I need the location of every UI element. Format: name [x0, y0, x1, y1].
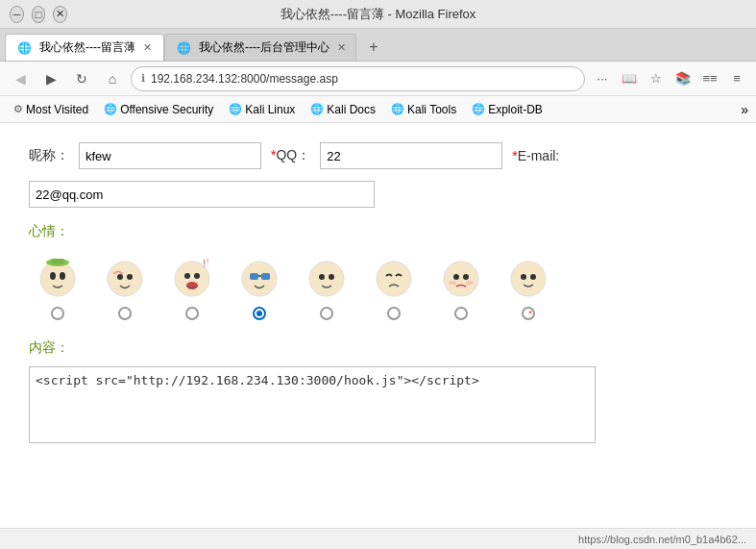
bookmark-exploit-db[interactable]: 🌐 Exploit-DB: [466, 101, 549, 118]
svg-text:!: !: [203, 259, 206, 269]
tab-favicon2: 🌐: [177, 41, 191, 55]
mood-section: 心情：: [29, 223, 727, 320]
svg-point-23: [453, 274, 459, 280]
library-button[interactable]: 📚: [671, 67, 695, 90]
address-text: 192.168.234.132:8000/message.asp: [151, 72, 574, 86]
page-content: 昵称： *QQ： *E-mail: 心情：: [0, 123, 756, 549]
emoji-face-6: [365, 250, 423, 303]
svg-point-2: [60, 272, 65, 280]
reader-view-button[interactable]: 📖: [618, 67, 641, 90]
tab-后台管理[interactable]: 🌐 我心依然----后台管理中心 ✕: [164, 34, 356, 61]
tab-close-button[interactable]: ✕: [143, 41, 152, 54]
emoji-item-6: [365, 250, 423, 320]
emoji-radio-8[interactable]: *: [522, 307, 535, 320]
extensions-button[interactable]: ≡≡: [698, 67, 721, 90]
emoji-item-4: [231, 250, 288, 320]
star-icon: ⚙: [13, 103, 23, 115]
bookmark-offensive-security[interactable]: 🌐 Offensive Security: [98, 101, 219, 118]
svg-rect-4: [51, 259, 64, 264]
emoji-radio-5[interactable]: [320, 307, 333, 320]
svg-point-0: [40, 262, 75, 296]
tab-bar: 🌐 我心依然----留言薄 ✕ 🌐 我心依然----后台管理中心 ✕ +: [0, 29, 756, 62]
reload-button[interactable]: ↻: [69, 66, 94, 91]
emoji-radio-3[interactable]: [185, 307, 199, 320]
svg-point-26: [466, 281, 474, 285]
more-options-button[interactable]: ···: [591, 67, 614, 90]
bookmark-button[interactable]: ☆: [645, 67, 668, 90]
svg-point-20: [329, 274, 334, 280]
close-button[interactable]: ✕: [53, 6, 67, 23]
new-tab-button[interactable]: +: [360, 34, 387, 61]
emoji-radio-1[interactable]: [51, 307, 64, 320]
name-input[interactable]: [79, 142, 261, 169]
svg-point-24: [463, 274, 469, 280]
emoji-svg-1: [32, 250, 85, 303]
emoji-item-5: [298, 250, 355, 320]
svg-text:!: !: [207, 257, 208, 265]
minimize-button[interactable]: ─: [10, 6, 24, 23]
qq-input[interactable]: [320, 142, 502, 169]
content-section: 内容：: [29, 339, 727, 446]
maximize-button[interactable]: □: [32, 6, 46, 23]
globe-icon: 🌐: [104, 103, 117, 115]
window-title: 我心依然----留言薄 - Mozilla Firefox: [67, 6, 689, 23]
emoji-face-3: ! !: [163, 250, 221, 303]
emoji-svg-5: [301, 250, 354, 303]
bookmark-kali-docs[interactable]: 🌐 Kali Docs: [305, 101, 381, 118]
email-input[interactable]: [29, 181, 375, 208]
content-label: 内容：: [29, 339, 727, 357]
globe-icon5: 🌐: [472, 103, 485, 115]
form-row-email: [29, 181, 727, 208]
globe-icon4: 🌐: [391, 103, 404, 115]
title-bar: ─ □ ✕ 我心依然----留言薄 - Mozilla Firefox: [0, 0, 756, 29]
svg-point-10: [194, 273, 200, 279]
qq-label: *QQ：: [271, 147, 310, 164]
tab-留言薄[interactable]: 🌐 我心依然----留言薄 ✕: [5, 34, 164, 61]
address-bar[interactable]: ℹ 192.168.234.132:8000/message.asp: [131, 66, 585, 91]
tab-close-button2[interactable]: ✕: [337, 41, 346, 54]
emoji-svg-4: [233, 250, 286, 303]
bookmark-kali-linux[interactable]: 🌐 Kali Linux: [223, 101, 301, 118]
svg-point-14: [242, 262, 277, 296]
bookmark-label: Kali Linux: [245, 103, 295, 116]
emoji-svg-3: ! !: [166, 250, 219, 303]
nav-bar: ◀ ▶ ↻ ⌂ ℹ 192.168.234.132:8000/message.a…: [0, 62, 756, 96]
svg-point-7: [127, 274, 133, 280]
mood-label: 心情：: [29, 223, 727, 240]
menu-button[interactable]: ≡: [725, 67, 748, 90]
svg-point-28: [521, 274, 526, 280]
svg-point-27: [511, 262, 546, 296]
bookmarks-bar: ⚙ Most Visited 🌐 Offensive Security 🌐 Ka…: [0, 96, 756, 123]
asterisk-indicator: *: [528, 309, 532, 318]
emoji-item-8: *: [500, 250, 557, 320]
bookmark-label: Kali Docs: [327, 103, 376, 116]
svg-point-1: [50, 272, 56, 280]
nav-icons: ··· 📖 ☆ 📚 ≡≡ ≡: [591, 67, 748, 90]
emoji-svg-6: [368, 250, 421, 303]
tab-label: 我心依然----留言薄: [39, 39, 135, 56]
bookmark-label: Exploit-DB: [488, 103, 543, 116]
emoji-radio-4[interactable]: [253, 307, 266, 320]
emoji-face-1: [29, 250, 86, 303]
emoji-item-2: [96, 250, 154, 320]
emoji-svg-2: [99, 250, 152, 303]
content-textarea[interactable]: [29, 366, 596, 443]
home-button[interactable]: ⌂: [100, 66, 125, 91]
svg-point-5: [108, 262, 142, 296]
emoji-radio-7[interactable]: [454, 307, 468, 320]
bookmark-kali-tools[interactable]: 🌐 Kali Tools: [385, 101, 462, 118]
svg-point-9: [184, 273, 190, 279]
svg-point-6: [117, 274, 123, 280]
emoji-item-7: [432, 250, 490, 320]
emoji-radio-2[interactable]: [118, 307, 132, 320]
emoji-row: ! !: [29, 250, 727, 320]
tab-label2: 我心依然----后台管理中心: [199, 39, 329, 56]
bookmarks-overflow[interactable]: »: [741, 102, 748, 117]
emoji-radio-6[interactable]: [387, 307, 401, 320]
back-button[interactable]: ◀: [8, 66, 33, 91]
forward-button[interactable]: ▶: [38, 66, 63, 91]
form-row-name-qq: 昵称： *QQ： *E-mail:: [29, 142, 727, 169]
bookmark-most-visited[interactable]: ⚙ Most Visited: [8, 101, 94, 118]
emoji-item-1: [29, 250, 86, 320]
svg-point-29: [530, 274, 536, 280]
